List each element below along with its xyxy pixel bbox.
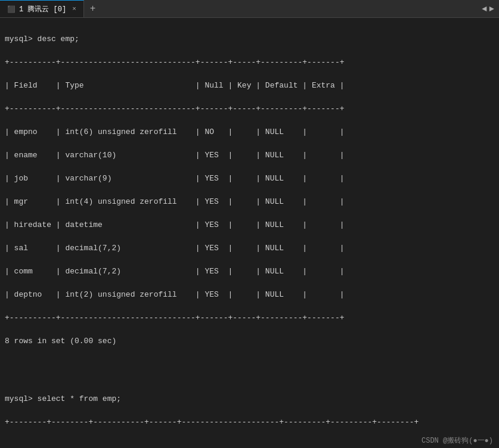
select-separator-top: +--------+--------+-----------+------+--… <box>5 416 494 428</box>
desc-row-5: | sal | decimal(7,2) | YES | | NULL | | <box>5 242 494 254</box>
active-tab[interactable]: ⬛ 1 腾讯云 [0] × <box>0 0 84 17</box>
tab-bar: ⬛ 1 腾讯云 [0] × + ◄ ► <box>0 0 499 18</box>
desc-row-4: | hiredate | datetime | YES | | NULL | | <box>5 219 494 231</box>
footer-text: CSDN @搬砖狗(●一●) <box>421 435 493 446</box>
tab-label: 1 腾讯云 [0] <box>19 4 66 14</box>
prev-tab-button[interactable]: ◄ <box>482 4 486 14</box>
tab-close-button[interactable]: × <box>72 5 76 13</box>
desc-separator-top: +----------+----------------------------… <box>5 57 494 69</box>
desc-row-1: | ename | varchar(10) | YES | | NULL | | <box>5 150 494 161</box>
desc-row-2: | job | varchar(9) | YES | | NULL | | <box>5 173 494 185</box>
blank-line-1 <box>5 370 494 382</box>
desc-row-6: | comm | decimal(7,2) | YES | | NULL | | <box>5 266 494 278</box>
desc-header: | Field | Type | Null | Key | Default | … <box>5 80 494 92</box>
new-tab-button[interactable]: + <box>84 0 102 17</box>
footer-bar: CSDN @搬砖狗(●一●) <box>0 433 499 448</box>
next-tab-button[interactable]: ► <box>489 4 494 14</box>
desc-row-7: | deptno | int(2) unsigned zerofill | YE… <box>5 289 494 301</box>
desc-command: mysql> desc emp; <box>5 33 494 45</box>
terminal-area[interactable]: mysql> desc emp; +----------+-----------… <box>0 18 499 448</box>
select-command: mysql> select * from emp; <box>5 393 494 405</box>
desc-separator-bot: +----------+----------------------------… <box>5 312 494 324</box>
tab-nav: ◄ ► <box>482 4 499 14</box>
desc-rowcount: 8 rows in set (0.00 sec) <box>5 335 494 347</box>
desc-separator-mid: +----------+----------------------------… <box>5 103 494 115</box>
desc-row-3: | mgr | int(4) unsigned zerofill | YES |… <box>5 196 494 208</box>
desc-row-0: | empno | int(6) unsigned zerofill | NO … <box>5 126 494 138</box>
terminal-icon: ⬛ <box>7 5 16 13</box>
